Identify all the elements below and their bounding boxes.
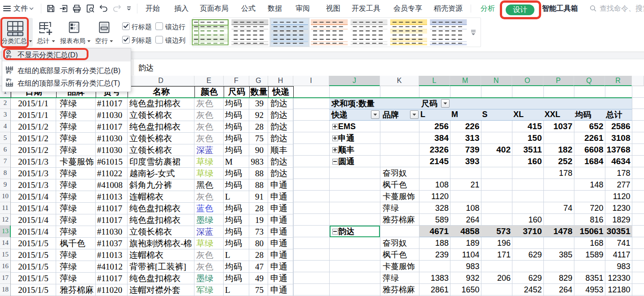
svg-text:?: ? xyxy=(9,70,12,74)
svg-text:?: ? xyxy=(9,78,12,83)
